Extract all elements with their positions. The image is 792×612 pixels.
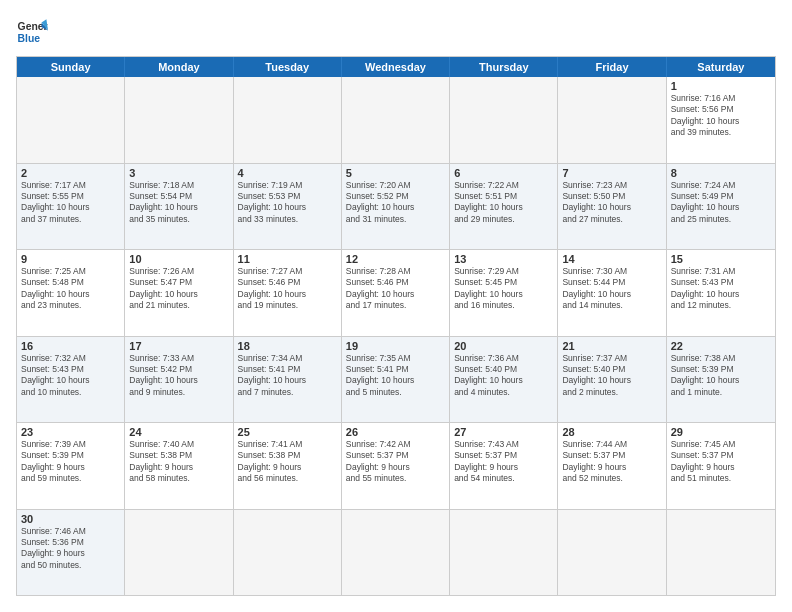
calendar-cell: [450, 510, 558, 596]
calendar-cell: 24Sunrise: 7:40 AM Sunset: 5:38 PM Dayli…: [125, 423, 233, 509]
cell-info: Sunrise: 7:33 AM Sunset: 5:42 PM Dayligh…: [129, 353, 228, 399]
day-number: 2: [21, 167, 120, 179]
calendar-cell: 14Sunrise: 7:30 AM Sunset: 5:44 PM Dayli…: [558, 250, 666, 336]
calendar-cell: 28Sunrise: 7:44 AM Sunset: 5:37 PM Dayli…: [558, 423, 666, 509]
calendar-cell: 25Sunrise: 7:41 AM Sunset: 5:38 PM Dayli…: [234, 423, 342, 509]
cell-info: Sunrise: 7:26 AM Sunset: 5:47 PM Dayligh…: [129, 266, 228, 312]
logo: General Blue: [16, 16, 48, 48]
day-number: 10: [129, 253, 228, 265]
calendar-cell: 1Sunrise: 7:16 AM Sunset: 5:56 PM Daylig…: [667, 77, 775, 163]
cell-info: Sunrise: 7:25 AM Sunset: 5:48 PM Dayligh…: [21, 266, 120, 312]
cell-info: Sunrise: 7:41 AM Sunset: 5:38 PM Dayligh…: [238, 439, 337, 485]
calendar-row: 16Sunrise: 7:32 AM Sunset: 5:43 PM Dayli…: [17, 337, 775, 424]
day-number: 14: [562, 253, 661, 265]
calendar-cell: 29Sunrise: 7:45 AM Sunset: 5:37 PM Dayli…: [667, 423, 775, 509]
calendar-cell: 30Sunrise: 7:46 AM Sunset: 5:36 PM Dayli…: [17, 510, 125, 596]
day-number: 28: [562, 426, 661, 438]
calendar-cell: 27Sunrise: 7:43 AM Sunset: 5:37 PM Dayli…: [450, 423, 558, 509]
day-header: Wednesday: [342, 57, 450, 77]
calendar-cell: 6Sunrise: 7:22 AM Sunset: 5:51 PM Daylig…: [450, 164, 558, 250]
day-number: 15: [671, 253, 771, 265]
day-number: 9: [21, 253, 120, 265]
cell-info: Sunrise: 7:37 AM Sunset: 5:40 PM Dayligh…: [562, 353, 661, 399]
page: General Blue SundayMondayTuesdayWednesda…: [0, 0, 792, 612]
calendar-cell: [234, 77, 342, 163]
cell-info: Sunrise: 7:46 AM Sunset: 5:36 PM Dayligh…: [21, 526, 120, 572]
calendar-cell: 13Sunrise: 7:29 AM Sunset: 5:45 PM Dayli…: [450, 250, 558, 336]
day-header: Saturday: [667, 57, 775, 77]
cell-info: Sunrise: 7:38 AM Sunset: 5:39 PM Dayligh…: [671, 353, 771, 399]
calendar-cell: 16Sunrise: 7:32 AM Sunset: 5:43 PM Dayli…: [17, 337, 125, 423]
calendar-cell: [558, 77, 666, 163]
cell-info: Sunrise: 7:19 AM Sunset: 5:53 PM Dayligh…: [238, 180, 337, 226]
calendar-cell: 3Sunrise: 7:18 AM Sunset: 5:54 PM Daylig…: [125, 164, 233, 250]
day-number: 8: [671, 167, 771, 179]
day-header: Thursday: [450, 57, 558, 77]
day-number: 13: [454, 253, 553, 265]
svg-text:Blue: Blue: [18, 33, 41, 44]
day-header: Sunday: [17, 57, 125, 77]
cell-info: Sunrise: 7:30 AM Sunset: 5:44 PM Dayligh…: [562, 266, 661, 312]
day-number: 11: [238, 253, 337, 265]
cell-info: Sunrise: 7:31 AM Sunset: 5:43 PM Dayligh…: [671, 266, 771, 312]
calendar-cell: 2Sunrise: 7:17 AM Sunset: 5:55 PM Daylig…: [17, 164, 125, 250]
cell-info: Sunrise: 7:29 AM Sunset: 5:45 PM Dayligh…: [454, 266, 553, 312]
cell-info: Sunrise: 7:36 AM Sunset: 5:40 PM Dayligh…: [454, 353, 553, 399]
cell-info: Sunrise: 7:43 AM Sunset: 5:37 PM Dayligh…: [454, 439, 553, 485]
calendar-cell: [667, 510, 775, 596]
calendar-cell: [234, 510, 342, 596]
calendar-row: 1Sunrise: 7:16 AM Sunset: 5:56 PM Daylig…: [17, 77, 775, 164]
day-number: 21: [562, 340, 661, 352]
cell-info: Sunrise: 7:45 AM Sunset: 5:37 PM Dayligh…: [671, 439, 771, 485]
calendar-row: 23Sunrise: 7:39 AM Sunset: 5:39 PM Dayli…: [17, 423, 775, 510]
calendar-cell: 7Sunrise: 7:23 AM Sunset: 5:50 PM Daylig…: [558, 164, 666, 250]
cell-info: Sunrise: 7:20 AM Sunset: 5:52 PM Dayligh…: [346, 180, 445, 226]
cell-info: Sunrise: 7:16 AM Sunset: 5:56 PM Dayligh…: [671, 93, 771, 139]
day-number: 29: [671, 426, 771, 438]
day-number: 7: [562, 167, 661, 179]
day-number: 25: [238, 426, 337, 438]
cell-info: Sunrise: 7:39 AM Sunset: 5:39 PM Dayligh…: [21, 439, 120, 485]
day-number: 22: [671, 340, 771, 352]
cell-info: Sunrise: 7:34 AM Sunset: 5:41 PM Dayligh…: [238, 353, 337, 399]
calendar-cell: 21Sunrise: 7:37 AM Sunset: 5:40 PM Dayli…: [558, 337, 666, 423]
calendar-cell: 17Sunrise: 7:33 AM Sunset: 5:42 PM Dayli…: [125, 337, 233, 423]
calendar-cell: 19Sunrise: 7:35 AM Sunset: 5:41 PM Dayli…: [342, 337, 450, 423]
calendar-body: 1Sunrise: 7:16 AM Sunset: 5:56 PM Daylig…: [17, 77, 775, 595]
calendar-cell: 26Sunrise: 7:42 AM Sunset: 5:37 PM Dayli…: [342, 423, 450, 509]
day-number: 27: [454, 426, 553, 438]
calendar-cell: [342, 77, 450, 163]
calendar-cell: 18Sunrise: 7:34 AM Sunset: 5:41 PM Dayli…: [234, 337, 342, 423]
cell-info: Sunrise: 7:32 AM Sunset: 5:43 PM Dayligh…: [21, 353, 120, 399]
calendar-cell: 23Sunrise: 7:39 AM Sunset: 5:39 PM Dayli…: [17, 423, 125, 509]
day-number: 5: [346, 167, 445, 179]
calendar-cell: 4Sunrise: 7:19 AM Sunset: 5:53 PM Daylig…: [234, 164, 342, 250]
cell-info: Sunrise: 7:35 AM Sunset: 5:41 PM Dayligh…: [346, 353, 445, 399]
cell-info: Sunrise: 7:23 AM Sunset: 5:50 PM Dayligh…: [562, 180, 661, 226]
calendar-cell: [558, 510, 666, 596]
calendar-cell: 12Sunrise: 7:28 AM Sunset: 5:46 PM Dayli…: [342, 250, 450, 336]
calendar-cell: 15Sunrise: 7:31 AM Sunset: 5:43 PM Dayli…: [667, 250, 775, 336]
calendar-cell: 8Sunrise: 7:24 AM Sunset: 5:49 PM Daylig…: [667, 164, 775, 250]
calendar-cell: [342, 510, 450, 596]
day-number: 24: [129, 426, 228, 438]
calendar-cell: [125, 510, 233, 596]
cell-info: Sunrise: 7:44 AM Sunset: 5:37 PM Dayligh…: [562, 439, 661, 485]
day-number: 6: [454, 167, 553, 179]
day-header: Tuesday: [234, 57, 342, 77]
cell-info: Sunrise: 7:22 AM Sunset: 5:51 PM Dayligh…: [454, 180, 553, 226]
day-number: 4: [238, 167, 337, 179]
day-number: 3: [129, 167, 228, 179]
calendar-row: 9Sunrise: 7:25 AM Sunset: 5:48 PM Daylig…: [17, 250, 775, 337]
day-number: 30: [21, 513, 120, 525]
day-number: 23: [21, 426, 120, 438]
cell-info: Sunrise: 7:17 AM Sunset: 5:55 PM Dayligh…: [21, 180, 120, 226]
day-number: 16: [21, 340, 120, 352]
day-number: 12: [346, 253, 445, 265]
cell-info: Sunrise: 7:28 AM Sunset: 5:46 PM Dayligh…: [346, 266, 445, 312]
logo-icon: General Blue: [16, 16, 48, 48]
header: General Blue: [16, 16, 776, 48]
calendar-row: 2Sunrise: 7:17 AM Sunset: 5:55 PM Daylig…: [17, 164, 775, 251]
calendar-cell: 5Sunrise: 7:20 AM Sunset: 5:52 PM Daylig…: [342, 164, 450, 250]
calendar-cell: [450, 77, 558, 163]
